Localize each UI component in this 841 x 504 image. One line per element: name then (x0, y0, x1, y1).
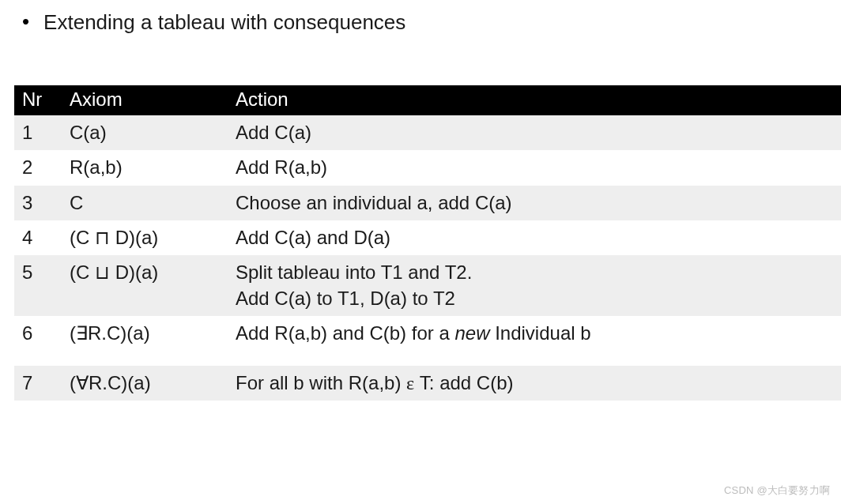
cell-action: Add R(a,b) and C(b) for a new Individual… (228, 316, 841, 351)
cell-axiom: (C ⊔ D)(a) (62, 255, 228, 316)
table-row: 3CChoose an individual a, add C(a) (14, 186, 841, 220)
gap-cell (14, 352, 841, 366)
cell-axiom: (C ⊓ D)(a) (62, 220, 228, 255)
cell-action: For all b with R(a,b) ε T: add C(b) (228, 366, 841, 401)
rules-table: Nr Axiom Action 1C(a)Add C(a)2R(a,b)Add … (14, 85, 841, 401)
cell-nr: 1 (14, 115, 62, 150)
heading-row: • Extending a tableau with consequences (0, 0, 841, 36)
cell-nr: 6 (14, 316, 62, 351)
cell-axiom: (∃R.C)(a) (62, 316, 228, 351)
cell-axiom: (∀R.C)(a) (62, 366, 228, 401)
col-header-axiom: Axiom (62, 85, 228, 115)
table-container: Nr Axiom Action 1C(a)Add C(a)2R(a,b)Add … (0, 85, 841, 401)
watermark-text: CSDN @大白要努力啊 (724, 483, 830, 498)
cell-axiom: C(a) (62, 115, 228, 150)
cell-action: Add C(a) and D(a) (228, 220, 841, 255)
cell-nr: 7 (14, 366, 62, 401)
table-row: 1C(a)Add C(a) (14, 115, 841, 150)
col-header-action: Action (228, 85, 841, 115)
cell-action: Add R(a,b) (228, 150, 841, 185)
table-row: 6(∃R.C)(a)Add R(a,b) and C(b) for a new … (14, 316, 841, 351)
table-body: 1C(a)Add C(a)2R(a,b)Add R(a,b)3CChoose a… (14, 115, 841, 401)
cell-axiom: C (62, 186, 228, 220)
cell-nr: 4 (14, 220, 62, 255)
col-header-nr: Nr (14, 85, 62, 115)
cell-nr: 2 (14, 150, 62, 185)
table-row: 7(∀R.C)(a)For all b with R(a,b) ε T: add… (14, 366, 841, 401)
cell-action: Add C(a) (228, 115, 841, 150)
table-row: 4(C ⊓ D)(a)Add C(a) and D(a) (14, 220, 841, 255)
table-row: 2R(a,b)Add R(a,b) (14, 150, 841, 185)
table-header-row: Nr Axiom Action (14, 85, 841, 115)
cell-nr: 3 (14, 186, 62, 220)
cell-nr: 5 (14, 255, 62, 316)
cell-axiom: R(a,b) (62, 150, 228, 185)
page-title: Extending a tableau with consequences (43, 9, 405, 36)
cell-action: Choose an individual a, add C(a) (228, 186, 841, 220)
cell-action: Split tableau into T1 and T2.Add C(a) to… (228, 255, 841, 316)
bullet-icon: • (22, 9, 29, 34)
table-row-gap (14, 352, 841, 366)
table-row: 5(C ⊔ D)(a)Split tableau into T1 and T2.… (14, 255, 841, 316)
